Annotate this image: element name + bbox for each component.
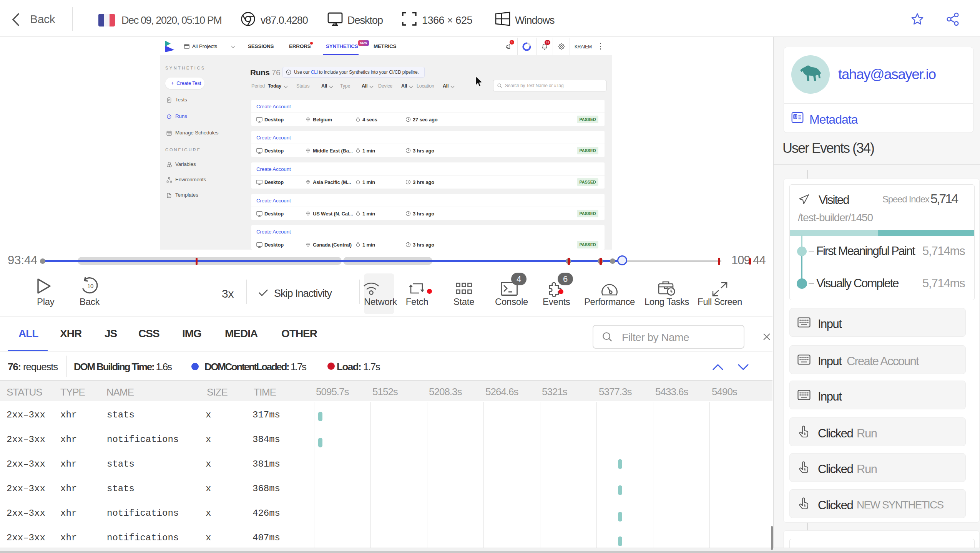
svg-text:10: 10 [87, 283, 93, 289]
